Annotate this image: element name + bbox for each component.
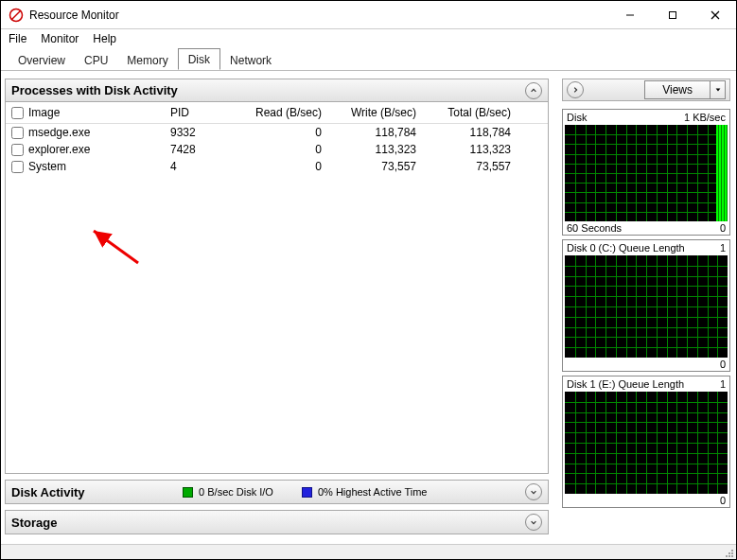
close-button[interactable] bbox=[693, 1, 736, 28]
table-row[interactable]: explorer.exe74280113,323113,323 bbox=[6, 141, 548, 158]
svg-point-13 bbox=[731, 550, 733, 551]
app-icon bbox=[9, 8, 24, 23]
expand-icon[interactable] bbox=[525, 483, 542, 500]
processes-table-body: msedge.exe93320118,784118,784explorer.ex… bbox=[6, 124, 548, 473]
row-checkbox[interactable] bbox=[11, 127, 24, 139]
graph-foot-left: 60 Seconds bbox=[567, 222, 622, 234]
cell-read: 0 bbox=[227, 160, 322, 173]
mini-graph: Disk 1 (E:) Queue Length10 bbox=[562, 376, 730, 508]
sidebar-top: Views bbox=[562, 79, 730, 101]
disk-activity-header[interactable]: Disk Activity 0 B/sec Disk I/O 0% Highes… bbox=[6, 481, 548, 503]
cell-read: 0 bbox=[227, 126, 322, 139]
menubar: File Monitor Help bbox=[1, 29, 736, 48]
body: Processes with Disk Activity Image PID R… bbox=[1, 71, 736, 544]
tab-memory[interactable]: Memory bbox=[117, 50, 177, 70]
storage-panel: Storage bbox=[5, 510, 549, 534]
cell-image: explorer.exe bbox=[28, 143, 170, 156]
io-swatch-icon bbox=[183, 487, 193, 498]
processes-panel-header[interactable]: Processes with Disk Activity bbox=[6, 79, 548, 102]
resize-grip-icon[interactable] bbox=[723, 547, 734, 558]
svg-point-11 bbox=[731, 552, 733, 554]
graph-foot-right: 0 bbox=[720, 359, 726, 370]
svg-line-1 bbox=[11, 10, 21, 20]
statusbar bbox=[1, 544, 736, 559]
graph-title: Disk 1 (E:) Queue Length bbox=[567, 378, 684, 390]
col-total[interactable]: Total (B/sec) bbox=[416, 106, 511, 119]
sidebar-collapse-icon[interactable] bbox=[567, 81, 584, 98]
disk-io-label: 0 B/sec Disk I/O bbox=[199, 486, 273, 498]
storage-header[interactable]: Storage bbox=[6, 511, 548, 534]
titlebar: Resource Monitor bbox=[1, 1, 736, 29]
menu-help[interactable]: Help bbox=[93, 32, 116, 45]
cell-total: 73,557 bbox=[416, 160, 511, 173]
col-read[interactable]: Read (B/sec) bbox=[227, 106, 322, 119]
cell-total: 118,784 bbox=[416, 126, 511, 139]
svg-point-8 bbox=[731, 555, 733, 557]
active-time-label: 0% Highest Active Time bbox=[318, 486, 428, 498]
mini-graphs: Disk1 KB/sec60 Seconds0Disk 0 (C:) Queue… bbox=[562, 105, 730, 508]
views-dropdown-icon[interactable] bbox=[710, 81, 725, 98]
cell-pid: 9332 bbox=[170, 126, 227, 139]
storage-title: Storage bbox=[11, 516, 57, 530]
cell-pid: 7428 bbox=[170, 143, 227, 156]
active-time-swatch-icon bbox=[302, 487, 312, 498]
graph-canvas bbox=[565, 255, 728, 358]
menu-file[interactable]: File bbox=[9, 32, 26, 45]
svg-marker-7 bbox=[715, 88, 720, 91]
col-pid[interactable]: PID bbox=[170, 106, 227, 119]
mini-graph: Disk 0 (C:) Queue Length10 bbox=[562, 239, 730, 372]
graph-top-right: 1 bbox=[720, 378, 726, 390]
graph-top-right: 1 bbox=[720, 242, 726, 254]
row-checkbox[interactable] bbox=[11, 144, 24, 156]
cell-total: 113,323 bbox=[416, 143, 511, 156]
graph-foot-right: 0 bbox=[720, 495, 726, 506]
processes-panel-title: Processes with Disk Activity bbox=[11, 83, 178, 97]
graph-title: Disk bbox=[567, 112, 587, 123]
svg-point-12 bbox=[728, 552, 730, 554]
collapse-icon[interactable] bbox=[525, 82, 542, 99]
graph-canvas bbox=[565, 392, 728, 494]
sidebar: Views Disk1 KB/sec60 Seconds0Disk 0 (C:)… bbox=[558, 71, 736, 544]
graph-title: Disk 0 (C:) Queue Length bbox=[567, 242, 685, 254]
maximize-button[interactable] bbox=[651, 1, 693, 28]
tabbar: Overview CPU Memory Disk Network bbox=[1, 48, 736, 71]
svg-point-10 bbox=[726, 555, 728, 557]
expand-icon[interactable] bbox=[525, 514, 542, 531]
tab-disk[interactable]: Disk bbox=[178, 48, 220, 70]
select-all-checkbox[interactable] bbox=[11, 107, 24, 119]
tab-overview[interactable]: Overview bbox=[9, 50, 75, 70]
cell-write: 118,784 bbox=[322, 126, 416, 139]
svg-point-9 bbox=[728, 555, 730, 557]
resource-monitor-window: Resource Monitor File Monitor Help Overv… bbox=[0, 0, 737, 560]
window-title: Resource Monitor bbox=[29, 9, 119, 22]
cell-write: 73,557 bbox=[322, 160, 416, 173]
col-image[interactable]: Image bbox=[28, 106, 170, 119]
table-row[interactable]: msedge.exe93320118,784118,784 bbox=[6, 124, 548, 141]
col-write[interactable]: Write (B/sec) bbox=[322, 106, 416, 119]
mini-graph: Disk1 KB/sec60 Seconds0 bbox=[562, 109, 730, 236]
svg-rect-3 bbox=[669, 11, 676, 18]
views-button[interactable]: Views bbox=[644, 80, 726, 99]
cell-write: 113,323 bbox=[322, 143, 416, 156]
graph-canvas bbox=[565, 125, 728, 221]
table-row[interactable]: System4073,55773,557 bbox=[6, 158, 548, 175]
disk-activity-title: Disk Activity bbox=[11, 485, 85, 499]
cell-pid: 4 bbox=[170, 160, 227, 173]
graph-foot-right: 0 bbox=[720, 222, 726, 234]
tab-cpu[interactable]: CPU bbox=[75, 50, 117, 70]
minimize-button[interactable] bbox=[608, 1, 651, 28]
processes-table-header: Image PID Read (B/sec) Write (B/sec) Tot… bbox=[6, 102, 548, 124]
cell-read: 0 bbox=[227, 143, 322, 156]
processes-panel: Processes with Disk Activity Image PID R… bbox=[5, 79, 549, 474]
cell-image: msedge.exe bbox=[28, 126, 170, 139]
disk-activity-panel: Disk Activity 0 B/sec Disk I/O 0% Highes… bbox=[5, 480, 549, 504]
cell-image: System bbox=[28, 160, 170, 173]
row-checkbox[interactable] bbox=[11, 161, 24, 173]
graph-top-right: 1 KB/sec bbox=[684, 112, 726, 123]
views-label: Views bbox=[645, 83, 710, 96]
main-content: Processes with Disk Activity Image PID R… bbox=[1, 71, 553, 544]
menu-monitor[interactable]: Monitor bbox=[41, 32, 79, 45]
tab-network[interactable]: Network bbox=[220, 50, 281, 70]
